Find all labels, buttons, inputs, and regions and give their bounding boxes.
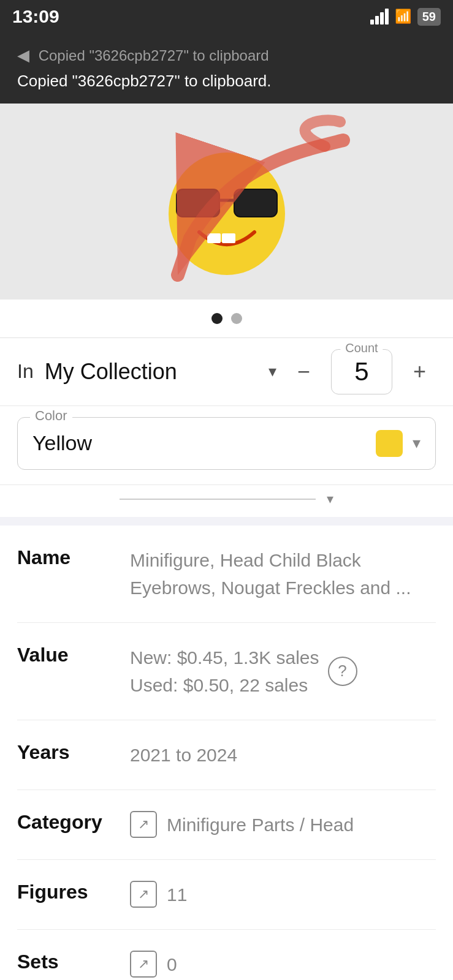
product-image bbox=[159, 128, 294, 275]
svg-rect-2 bbox=[177, 189, 219, 217]
years-label: Years bbox=[17, 741, 115, 764]
color-dropdown-arrow-icon: ▾ bbox=[413, 434, 421, 453]
value-label: Value bbox=[17, 644, 115, 666]
expand-row[interactable]: ▾ bbox=[0, 484, 453, 517]
figures-content: 11 bbox=[130, 881, 187, 908]
color-swatch bbox=[376, 430, 403, 457]
battery-icon: 59 bbox=[417, 8, 441, 26]
svg-rect-5 bbox=[207, 233, 221, 243]
sets-value: 0 bbox=[167, 951, 177, 978]
color-right: ▾ bbox=[376, 430, 421, 457]
value-content: New: $0.45, 1.3K sales Used: $0.50, 22 s… bbox=[130, 644, 357, 699]
color-field-label: Color bbox=[30, 408, 72, 424]
status-time: 13:09 bbox=[12, 6, 59, 27]
category-row: Category Minifigure Parts / Head bbox=[17, 790, 436, 860]
toast-faded-text: ◀ Copied "3626cpb2727" to clipboard bbox=[17, 44, 436, 66]
value-used: Used: $0.50, 22 sales bbox=[130, 671, 319, 699]
collection-dropdown[interactable]: My Collection ▾ bbox=[45, 359, 276, 385]
count-plus-button[interactable]: + bbox=[403, 355, 436, 388]
svg-rect-3 bbox=[234, 189, 277, 217]
count-minus-button[interactable]: − bbox=[287, 355, 320, 388]
dot-2[interactable] bbox=[231, 313, 242, 324]
status-icons: 📶 59 bbox=[370, 8, 441, 26]
sets-content: 0 bbox=[130, 951, 177, 978]
svg-rect-6 bbox=[222, 233, 235, 243]
color-field[interactable]: Color Yellow ▾ bbox=[17, 417, 436, 470]
category-link-icon[interactable] bbox=[130, 811, 157, 838]
toast-main-text: Copied "3626cpb2727" to clipboard. bbox=[17, 70, 436, 92]
in-label: In bbox=[17, 360, 34, 383]
figures-label: Figures bbox=[17, 881, 115, 903]
expand-line bbox=[120, 499, 316, 500]
value-new: New: $0.45, 1.3K sales bbox=[130, 644, 319, 671]
name-value: Minifigure, Head Child Black Eyebrows, N… bbox=[130, 546, 436, 601]
color-section: Color Yellow ▾ bbox=[0, 405, 453, 484]
expand-arrow-icon: ▾ bbox=[327, 491, 333, 507]
collection-row: In My Collection ▾ − Count 5 + bbox=[0, 337, 453, 405]
status-bar: 13:09 📶 59 bbox=[0, 0, 453, 33]
category-value: Minifigure Parts / Head bbox=[167, 811, 354, 839]
details-section: Name Minifigure, Head Child Black Eyebro… bbox=[0, 526, 453, 980]
value-row: Value New: $0.45, 1.3K sales Used: $0.50… bbox=[17, 623, 436, 720]
sets-row: Sets 0 bbox=[17, 930, 436, 980]
color-name: Yellow bbox=[32, 431, 92, 455]
wifi-icon: 📶 bbox=[395, 9, 411, 24]
toast-notification: ◀ Copied "3626cpb2727" to clipboard Copi… bbox=[0, 33, 453, 104]
signal-icon bbox=[370, 9, 389, 24]
value-text: New: $0.45, 1.3K sales Used: $0.50, 22 s… bbox=[130, 644, 319, 699]
name-label: Name bbox=[17, 546, 115, 569]
count-label: Count bbox=[340, 341, 383, 355]
collection-name: My Collection bbox=[45, 359, 177, 385]
image-dots bbox=[0, 300, 453, 337]
dot-1[interactable] bbox=[211, 313, 223, 324]
help-icon[interactable]: ? bbox=[328, 657, 357, 686]
figures-value: 11 bbox=[167, 881, 187, 908]
category-label: Category bbox=[17, 811, 115, 834]
count-box: Count 5 bbox=[331, 349, 392, 394]
collection-dropdown-arrow-icon: ▾ bbox=[268, 362, 276, 381]
years-row: Years 2021 to 2024 bbox=[17, 720, 436, 790]
years-value: 2021 to 2024 bbox=[130, 741, 436, 769]
figures-row: Figures 11 bbox=[17, 860, 436, 930]
count-value: 5 bbox=[354, 357, 368, 386]
sets-link-icon[interactable] bbox=[130, 951, 157, 978]
back-arrow-icon: ◀ bbox=[17, 44, 29, 66]
figures-link-icon[interactable] bbox=[130, 881, 157, 908]
category-content: Minifigure Parts / Head bbox=[130, 811, 354, 839]
name-row: Name Minifigure, Head Child Black Eyebro… bbox=[17, 526, 436, 623]
product-image-section bbox=[0, 104, 453, 300]
sets-label: Sets bbox=[17, 951, 115, 973]
